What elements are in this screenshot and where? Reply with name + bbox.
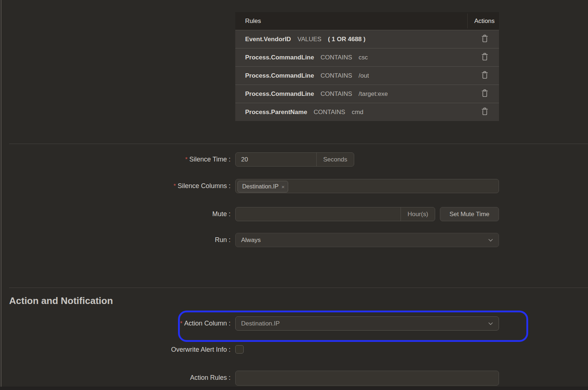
bottom-edge [0, 387, 588, 390]
section-divider [9, 288, 588, 288]
table-row: Process.CommandLine CONTAINS /out [235, 66, 499, 85]
table-row: Process.CommandLine CONTAINS /target:exe [235, 85, 499, 103]
trash-icon [481, 34, 489, 44]
rule-expression: Process.ParentName CONTAINS cmd [245, 109, 363, 116]
mute-input[interactable] [236, 207, 401, 221]
rule-operator: CONTAINS [314, 109, 345, 116]
action-rules-input[interactable] [236, 371, 499, 385]
rule-expression: Process.CommandLine CONTAINS /out [245, 72, 369, 79]
rule-value: /out [359, 72, 369, 79]
silence-columns-input[interactable]: Destination.IP × [235, 179, 499, 193]
table-row: Event.VendorID VALUES ( 1 OR 4688 ) [235, 30, 499, 48]
rule-expression: Event.VendorID VALUES ( 1 OR 4688 ) [245, 36, 365, 43]
run-label: Run : [0, 236, 231, 244]
silence-time-label: *Silence Time : [0, 156, 231, 163]
run-select[interactable]: Always [235, 233, 499, 247]
action-column-select[interactable]: Destination.IP [235, 316, 499, 331]
delete-rule-button[interactable] [481, 107, 489, 117]
silence-time-input[interactable] [236, 153, 316, 166]
delete-rule-button[interactable] [481, 52, 489, 62]
mute-unit: Hour(s) [401, 207, 435, 221]
rules-table: Rules Actions Event.VendorID VALUES ( 1 … [235, 12, 499, 121]
section-title: Action and Notification [9, 295, 113, 307]
mute-group: Hour(s) [235, 207, 435, 221]
trash-icon [481, 107, 489, 117]
actions-column-header: Actions [474, 17, 495, 25]
section-divider [9, 144, 588, 144]
delete-rule-button[interactable] [481, 34, 489, 44]
overwrite-alert-info-label: Overwrite Alert Info : [0, 346, 231, 354]
rule-field: Process.CommandLine [245, 90, 314, 97]
trash-icon [481, 71, 489, 81]
rule-expression: Process.CommandLine CONTAINS csc [245, 54, 368, 61]
required-asterisk: * [180, 320, 182, 327]
delete-rule-button[interactable] [481, 71, 489, 81]
overwrite-alert-info-checkbox[interactable] [235, 345, 244, 354]
silence-column-tag: Destination.IP × [237, 181, 288, 192]
column-separator [467, 13, 468, 28]
rule-operator: CONTAINS [321, 72, 352, 79]
required-asterisk: * [174, 183, 176, 189]
rule-value: /target:exe [359, 90, 388, 97]
tag-label: Destination.IP [242, 183, 279, 190]
silence-time-unit: Seconds [316, 153, 354, 166]
run-selected-value: Always [241, 237, 261, 244]
mute-label: Mute : [0, 210, 231, 218]
rule-field: Process.CommandLine [245, 72, 314, 79]
required-asterisk: * [185, 156, 187, 163]
close-icon[interactable]: × [282, 184, 285, 190]
rule-expression: Process.CommandLine CONTAINS /target:exe [245, 90, 388, 98]
action-rules-group [235, 371, 499, 386]
rule-field: Event.VendorID [245, 36, 291, 43]
panel-edge [1, 0, 1, 390]
silence-time-group: Seconds [235, 152, 354, 167]
set-mute-time-button[interactable]: Set Mute Time [440, 207, 499, 221]
table-row: Process.CommandLine CONTAINS csc [235, 48, 499, 66]
rule-value: ( 1 OR 4688 ) [328, 36, 365, 43]
rules-table-header: Rules Actions [235, 12, 499, 30]
action-rules-label: Action Rules : [0, 374, 231, 382]
correlation-rule-editor: Rules Actions Event.VendorID VALUES ( 1 … [0, 0, 588, 390]
trash-icon [481, 52, 489, 62]
action-column-label: *Action Column : [0, 320, 231, 327]
rules-column-header: Rules [245, 17, 261, 25]
table-row: Process.ParentName CONTAINS cmd [235, 103, 499, 121]
trash-icon [481, 89, 489, 99]
chevron-down-icon [488, 237, 494, 243]
rule-field: Process.ParentName [245, 109, 307, 116]
chevron-down-icon [488, 321, 494, 327]
rule-field: Process.CommandLine [245, 54, 314, 61]
rule-value: cmd [352, 109, 363, 116]
rule-operator: CONTAINS [321, 54, 352, 61]
rule-value: csc [359, 54, 368, 61]
delete-rule-button[interactable] [481, 89, 489, 99]
action-column-selected-value: Destination.IP [241, 320, 280, 327]
rule-operator: CONTAINS [321, 90, 352, 97]
silence-columns-label: *Silence Columns : [0, 182, 231, 190]
rule-operator: VALUES [297, 36, 321, 43]
